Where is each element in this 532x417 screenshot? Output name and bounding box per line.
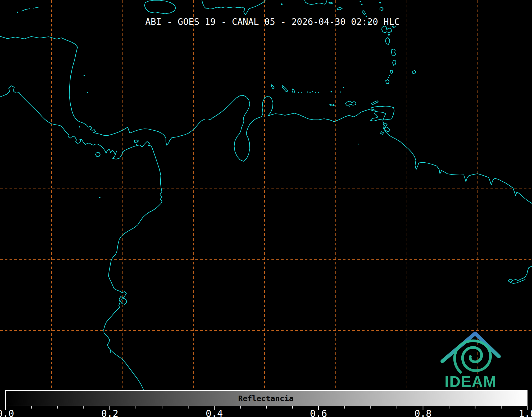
colorbar-title: Reflectancia <box>238 394 294 403</box>
colorbar-tick-label: 0.0 <box>0 408 14 417</box>
colorbar-tick-label: 0.6 <box>310 408 327 417</box>
map-background <box>0 0 532 391</box>
satellite-image-viewport: ABI - GOES 19 - CANAL 05 - 2026-04-30 02… <box>0 0 532 417</box>
colorbar-ticks <box>6 406 527 410</box>
colorbar-tick-label: 1.0 <box>519 408 532 417</box>
logo-text: IDEAM <box>445 373 497 390</box>
image-title: ABI - GOES 19 - CANAL 05 - 2026-04-30 02… <box>145 16 400 27</box>
colorbar-tick-label: 0.2 <box>101 408 118 417</box>
colorbar-tick-label: 0.8 <box>414 408 431 417</box>
goes-satellite-map: ABI - GOES 19 - CANAL 05 - 2026-04-30 02… <box>0 0 532 417</box>
colorbar-tick-label: 0.4 <box>206 408 223 417</box>
colorbar-tick-labels: 0.00.20.40.60.81.0 <box>0 408 532 417</box>
colorbar: 0.00.20.40.60.81.0 Reflectancia <box>0 391 532 417</box>
